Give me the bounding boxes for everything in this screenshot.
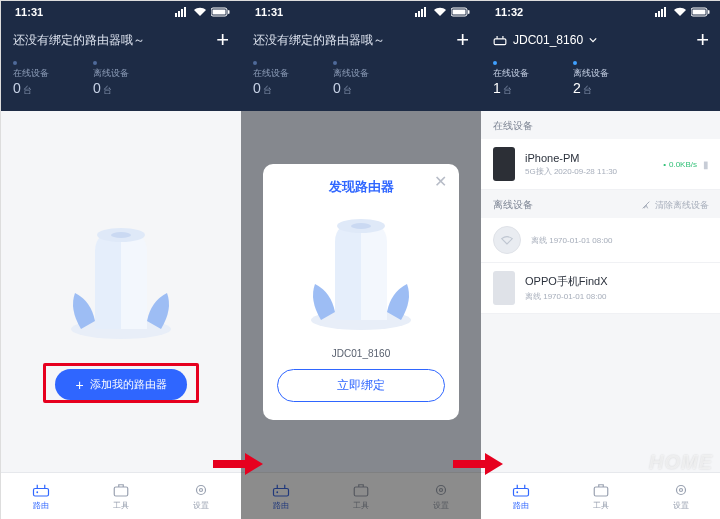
svg-point-13	[197, 486, 206, 495]
device-row-offline[interactable]: OPPO手机FindX 离线 1970-01-01 08:00	[481, 263, 720, 314]
svg-point-41	[677, 486, 686, 495]
svg-rect-40	[594, 487, 608, 496]
section-offline-title: 离线设备	[481, 190, 629, 218]
bind-now-button[interactable]: 立即绑定	[277, 369, 445, 402]
svg-rect-1	[178, 11, 180, 17]
header-stats: 在线设备 0台 离线设备 0台	[13, 61, 229, 97]
add-icon[interactable]: +	[456, 29, 469, 51]
stat-online: 在线设备 0台	[13, 61, 93, 97]
router-icon	[493, 34, 507, 46]
svg-point-39	[516, 491, 518, 493]
svg-rect-38	[514, 489, 529, 497]
device-name: iPhone-PM	[525, 152, 653, 164]
screen-3: 11:32 JDC01_8160 + 在线设备 1台	[481, 1, 720, 519]
status-time: 11:31	[255, 6, 283, 18]
header-title: 还没有绑定的路由器哦～	[13, 32, 145, 49]
chevron-down-icon	[589, 36, 597, 44]
add-icon[interactable]: +	[216, 29, 229, 51]
phone-icon	[493, 147, 515, 181]
device-row-online[interactable]: iPhone-PM 5G接入 2020-09-28 11:30 • 0.0KB/…	[481, 139, 720, 190]
header-dark: JDC01_8160 + 在线设备 1台 离线设备 2台	[481, 23, 720, 111]
screen-1: 11:31 还没有绑定的路由器哦～ + 在线设备 0台 离线设备	[1, 1, 241, 519]
svg-rect-36	[708, 10, 710, 14]
svg-rect-15	[415, 13, 417, 17]
stat-offline[interactable]: 离线设备 2台	[573, 61, 653, 97]
router-device-icon	[493, 226, 521, 254]
tab-bar: 路由 工具 设置	[241, 472, 481, 519]
close-icon[interactable]: ✕	[434, 174, 447, 190]
tab-router[interactable]: 路由	[481, 473, 561, 519]
status-bar: 11:31	[1, 1, 241, 23]
status-icons	[655, 7, 711, 17]
svg-rect-2	[181, 9, 183, 17]
svg-rect-21	[468, 10, 470, 14]
svg-rect-3	[184, 7, 186, 17]
discover-router-modal: 发现路由器 ✕ JDC01_8160	[263, 164, 459, 420]
stat-online[interactable]: 在线设备 1台	[493, 61, 573, 97]
svg-rect-33	[664, 7, 666, 17]
svg-rect-31	[658, 11, 660, 17]
tab-settings[interactable]: 设置	[401, 473, 481, 519]
status-icons	[415, 7, 471, 17]
svg-rect-32	[661, 9, 663, 17]
svg-point-11	[36, 491, 38, 493]
tab-bar: 路由 工具 设置	[1, 472, 241, 519]
tab-tools[interactable]: 工具	[81, 473, 161, 519]
svg-rect-18	[424, 7, 426, 17]
phone-icon	[493, 271, 515, 305]
stat-online: 在线设备 0台	[253, 61, 333, 97]
device-rate: • 0.0KB/s ▮	[663, 159, 709, 170]
tab-settings[interactable]: 设置	[641, 473, 720, 519]
svg-rect-5	[213, 10, 226, 15]
svg-rect-16	[418, 11, 420, 17]
status-bar: 11:32	[481, 1, 720, 23]
svg-rect-27	[354, 487, 368, 496]
svg-rect-20	[453, 10, 466, 15]
device-sub: 离线 1970-01-01 08:00	[531, 235, 709, 246]
tab-router[interactable]: 路由	[1, 473, 81, 519]
body-device-list: 在线设备 iPhone-PM 5G接入 2020-09-28 11:30 • 0…	[481, 111, 720, 472]
screen-2: 11:31 还没有绑定的路由器哦～ + 在线设备 0台 离线设备	[241, 1, 481, 519]
svg-point-14	[200, 489, 203, 492]
broom-icon	[641, 200, 651, 210]
router-title[interactable]: JDC01_8160	[493, 33, 597, 47]
router-illustration	[51, 211, 191, 351]
svg-rect-6	[228, 10, 230, 14]
section-online-title: 在线设备	[481, 111, 720, 139]
device-row-offline[interactable]: 离线 1970-01-01 08:00	[481, 218, 720, 263]
svg-rect-35	[693, 10, 706, 15]
body-empty: + 添加我的路由器	[1, 111, 241, 472]
svg-point-24	[351, 223, 371, 229]
status-icons	[175, 7, 231, 17]
svg-rect-25	[274, 489, 289, 497]
modal-overlay[interactable]: 发现路由器 ✕ JDC01_8160	[241, 111, 481, 472]
modal-device-name: JDC01_8160	[277, 348, 445, 359]
svg-rect-10	[34, 489, 49, 497]
modal-title: 发现路由器	[277, 178, 445, 196]
tab-tools[interactable]: 工具	[321, 473, 401, 519]
add-icon[interactable]: +	[696, 29, 709, 51]
tutorial-highlight-box	[43, 363, 199, 403]
status-bar: 11:31	[241, 1, 481, 23]
svg-point-28	[437, 486, 446, 495]
stat-offline: 离线设备 0台	[93, 61, 173, 97]
svg-rect-0	[175, 13, 177, 17]
svg-rect-30	[655, 13, 657, 17]
tab-tools[interactable]: 工具	[561, 473, 641, 519]
svg-point-29	[440, 489, 443, 492]
tab-bar: 路由 工具 设置	[481, 472, 720, 519]
header-title: 还没有绑定的路由器哦～	[253, 32, 385, 49]
tutorial-arrow-1	[211, 451, 265, 477]
svg-rect-17	[421, 9, 423, 17]
header-dark: 还没有绑定的路由器哦～ + 在线设备 0台 离线设备 0台	[1, 23, 241, 111]
stat-offline: 离线设备 0台	[333, 61, 413, 97]
device-sub: 5G接入 2020-09-28 11:30	[525, 166, 653, 177]
body-with-overlay: 发现路由器 ✕ JDC01_8160	[241, 111, 481, 472]
tab-settings[interactable]: 设置	[161, 473, 241, 519]
header-dark: 还没有绑定的路由器哦～ + 在线设备 0台 离线设备 0台	[241, 23, 481, 111]
svg-rect-37	[494, 39, 506, 45]
status-time: 11:32	[495, 6, 523, 18]
tutorial-arrow-2	[451, 451, 505, 477]
tab-router[interactable]: 路由	[241, 473, 321, 519]
clear-offline-button[interactable]: 清除离线设备	[629, 193, 720, 216]
